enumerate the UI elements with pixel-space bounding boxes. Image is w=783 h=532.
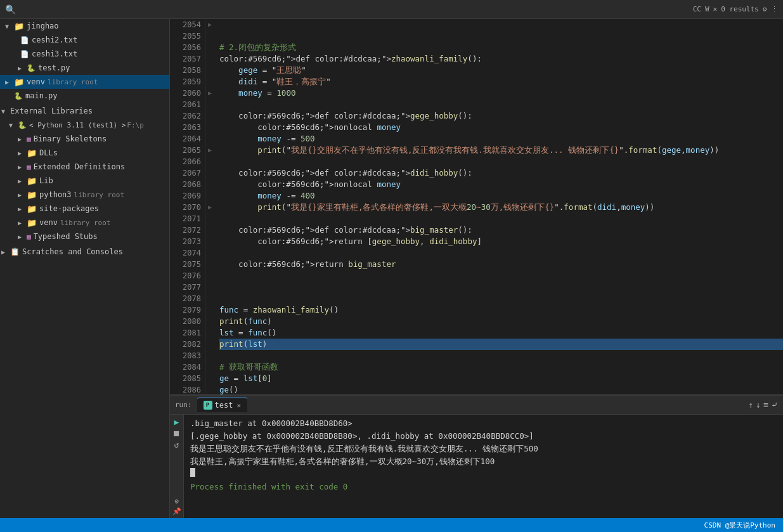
editor-column: 2054205520562057205820592060206120622063… [170, 19, 783, 518]
code-content-area[interactable]: # 2.闭包的复杂形式color:#569cd6;">def color:#dc… [214, 19, 783, 394]
folder-icon: 📁 [27, 218, 37, 228]
sidebar-item-binary-skeletons[interactable]: ▶ ▦ Binary Skeletons [0, 132, 169, 146]
pin-control-icon[interactable]: 📌 [172, 507, 181, 516]
run-control-icon[interactable]: ▶ [174, 417, 179, 427]
console-controls-strip: ▶ ⏹ ↺ ⚙ 📌 [170, 415, 184, 518]
toolbar-cc: CC [693, 5, 701, 13]
folder-icon: 📁 [27, 176, 37, 186]
chevron-icon: ▼ [1, 108, 9, 115]
folder-icon: 📁 [27, 148, 37, 158]
sidebar-label-venv-sub: library root [48, 78, 98, 86]
toolbar-icons-right: ⚙ ⋮ [763, 5, 778, 13]
fold-panel: ▶ ▶ ▶ ▶ [205, 19, 214, 394]
sidebar-item-typeshed[interactable]: ▶ ▦ Typeshed Stubs [0, 230, 169, 243]
folder-icon: 📁 [27, 190, 37, 200]
folder-icon: 📁 [14, 22, 24, 31]
chevron-icon: ▶ [1, 249, 9, 256]
stop-control-icon[interactable]: ⏹ [172, 429, 181, 438]
chevron-icon: ▶ [18, 178, 25, 185]
chevron-icon: ▶ [18, 136, 25, 143]
sidebar-label-ext-defs: Extended Definitions [34, 162, 126, 171]
sidebar-item-venv[interactable]: ▶ 📁 venv library root [0, 75, 169, 89]
sidebar-item-lib[interactable]: ▶ 📁 Lib [0, 174, 169, 188]
sidebar-label-venv2-sub: library root [60, 219, 110, 227]
chevron-icon: ▶ [18, 164, 25, 171]
sidebar-label-ceshi3: ceshi3.txt [32, 49, 77, 58]
sidebar-item-ceshi2[interactable]: 📄 ceshi2.txt [0, 33, 169, 47]
sidebar-label-ceshi2: ceshi2.txt [32, 36, 77, 44]
top-toolbar: 🔍 CC W ✕ 0 results ⚙ ⋮ [0, 0, 783, 19]
brand-label: CSDN @景天说Python [704, 521, 775, 530]
sidebar-label-test: test.py [38, 63, 70, 72]
chevron-icon: ▼ [5, 23, 13, 30]
sidebar-section-extlibs[interactable]: ▼ External Libraries [0, 104, 169, 118]
sidebar-item-dlls[interactable]: ▶ 📁 DLLs [0, 146, 169, 160]
sidebar-item-site-packages[interactable]: ▶ 📁 site-packages [0, 202, 169, 216]
close-tab-icon[interactable]: ✕ [236, 401, 241, 410]
scratch-icon: 📋 [10, 247, 20, 256]
status-bar: CSDN @景天说Python [0, 518, 783, 532]
bar-icon: ▦ [27, 163, 31, 171]
chevron-icon: ▶ [18, 191, 25, 198]
filter-icon[interactable]: ≡ [763, 400, 768, 410]
rerun-control-icon[interactable]: ↺ [174, 440, 179, 450]
sidebar-item-extended-defs[interactable]: ▶ ▦ Extended Definitions [0, 160, 169, 174]
sidebar-item-ceshi3[interactable]: 📄 ceshi3.txt [0, 47, 169, 61]
chevron-icon: ▶ [18, 65, 25, 72]
run-tab[interactable]: P test ✕ [197, 398, 248, 412]
sidebar-label-venv: venv [27, 77, 45, 86]
chevron-icon: ▼ [9, 122, 16, 129]
search-icon[interactable]: 🔍 [5, 4, 16, 15]
sidebar-label-scratches: Scratches and Consoles [22, 247, 123, 256]
sidebar-label-jinghao: jinghao [27, 22, 59, 30]
chevron-icon: ▶ [18, 150, 25, 157]
panel-tabs-bar: run: P test ✕ ↑ ↓ ≡ ⤶ [170, 396, 783, 415]
console-output: ▶ ⏹ ↺ ⚙ 📌 .big_master at 0x000002B40BBD8… [170, 415, 783, 518]
py-file-icon: 🐍 [14, 92, 23, 100]
sidebar-label-python311: < Python 3.11 (test1) > [29, 121, 126, 129]
settings-control-icon[interactable]: ⚙ [174, 497, 179, 505]
run-label: run: [175, 401, 192, 409]
results-label: 0 results [721, 5, 759, 13]
sidebar-label-lib: Lib [39, 176, 53, 185]
sidebar-label-python3-sub: library root [74, 191, 124, 199]
run-tab-label: test [215, 401, 233, 410]
file-icon: 📄 [20, 36, 29, 44]
py-icon: 🐍 [18, 121, 27, 129]
sidebar-item-python311[interactable]: ▼ 🐍 < Python 3.11 (test1) > F:\p [0, 118, 169, 132]
run-tab-py-icon: P [204, 401, 212, 410]
sidebar-label-venv2: venv [39, 218, 58, 227]
chevron-icon: ▶ [18, 233, 25, 240]
sidebar-item-scratches[interactable]: ▶ 📋 Scratches and Consoles [0, 245, 169, 259]
sidebar-label-python311-path: F:\p [127, 121, 144, 129]
console-lines: .big_master at 0x000002B40BBD8D60>[.gege… [190, 417, 777, 493]
sidebar-label-python3: python3 [39, 190, 72, 199]
code-editor[interactable]: 2054205520562057205820592060206120622063… [170, 19, 783, 394]
line-numbers: 2054205520562057205820592060206120622063… [170, 19, 201, 394]
sidebar-item-python3[interactable]: ▶ 📁 python3 library root [0, 188, 169, 202]
bar-icon: ▦ [27, 135, 31, 143]
sidebar-label-main: main.py [25, 91, 58, 100]
sidebar-label-extlibs: External Libraries [10, 107, 93, 115]
toolbar-w: W [705, 5, 709, 13]
chevron-icon: ▶ [18, 219, 25, 226]
sidebar-label-typeshed: Typeshed Stubs [34, 232, 98, 241]
chevron-icon: ▶ [18, 205, 25, 212]
file-icon: 📄 [20, 50, 29, 58]
sidebar-item-venv2[interactable]: ▶ 📁 venv library root [0, 216, 169, 230]
sidebar-item-testpy[interactable]: ▶ 🐍 test.py [0, 61, 169, 75]
folder-icon: 📁 [14, 77, 24, 87]
sidebar-item-mainpy[interactable]: 🐍 main.py [0, 89, 169, 103]
console-text-output: .big_master at 0x000002B40BBD8D60>[.gege… [184, 415, 783, 518]
bottom-panel: run: P test ✕ ↑ ↓ ≡ ⤶ [170, 394, 783, 518]
wrap-icon[interactable]: ⤶ [771, 400, 778, 410]
fold-indicators: ▶ ▶ ▶ ▶ [205, 19, 214, 394]
sidebar: ▼ 📁 jinghao 📄 ceshi2.txt 📄 ceshi3.txt ▶ … [0, 19, 170, 518]
py-file-icon: 🐍 [27, 64, 36, 72]
sidebar-label-dlls: DLLs [39, 148, 58, 157]
sidebar-item-jinghao[interactable]: ▼ 📁 jinghao [0, 19, 169, 33]
scroll-up-icon[interactable]: ↑ [749, 400, 754, 410]
bar-icon: ▦ [27, 233, 31, 241]
code-lines: # 2.闭包的复杂形式color:#569cd6;">def color:#dc… [219, 42, 783, 394]
scroll-down-icon[interactable]: ↓ [756, 400, 761, 410]
